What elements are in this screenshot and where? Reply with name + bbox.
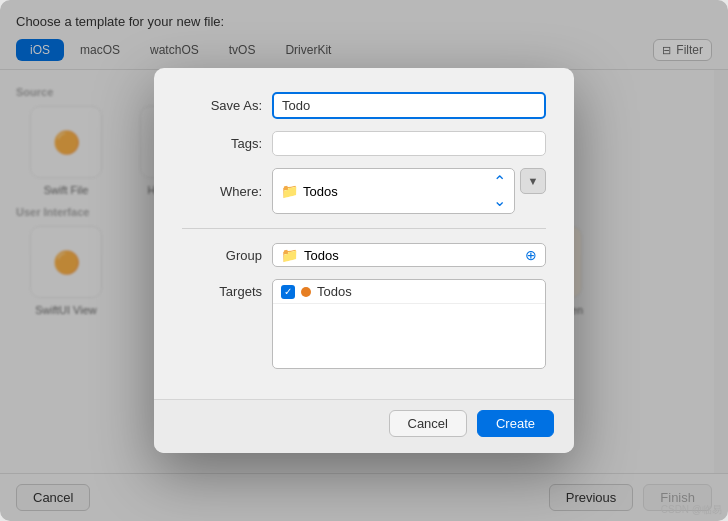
where-chevron-icon: ⌃⌄ xyxy=(493,172,506,210)
dialog-cancel-button[interactable]: Cancel xyxy=(389,410,467,437)
where-selector: 📁 Todos ⌃⌄ ▼ xyxy=(272,168,546,214)
save-dialog: Save As: Tags: Where: 📁 Todos ⌃⌄ xyxy=(154,68,574,453)
dialog-create-button[interactable]: Create xyxy=(477,410,554,437)
group-row: Group 📁 Todos ⊕ xyxy=(182,243,546,267)
expand-button[interactable]: ▼ xyxy=(520,168,546,194)
group-selector[interactable]: 📁 Todos ⊕ xyxy=(272,243,546,267)
group-folder-icon: 📁 xyxy=(281,247,298,263)
target-dot-icon xyxy=(301,287,311,297)
targets-box: ✓ Todos xyxy=(272,279,546,369)
where-row: Where: 📁 Todos ⌃⌄ ▼ xyxy=(182,168,546,214)
group-select-arrow-icon: ⊕ xyxy=(525,247,537,263)
targets-row: Targets ✓ Todos xyxy=(182,279,546,369)
tags-input[interactable] xyxy=(272,131,546,156)
target-item[interactable]: ✓ Todos xyxy=(273,280,545,304)
form-divider xyxy=(182,228,546,229)
folder-icon: 📁 xyxy=(281,183,298,199)
tags-label: Tags: xyxy=(182,136,262,151)
target-checkbox[interactable]: ✓ xyxy=(281,285,295,299)
save-as-input[interactable] xyxy=(272,92,546,119)
tags-row: Tags: xyxy=(182,131,546,156)
dialog-body: Save As: Tags: Where: 📁 Todos ⌃⌄ xyxy=(154,68,574,399)
group-value: Todos xyxy=(304,248,339,263)
dialog-footer: Cancel Create xyxy=(154,399,574,453)
targets-label: Targets xyxy=(182,279,262,299)
save-as-label: Save As: xyxy=(182,98,262,113)
watermark: CSDN @临易 xyxy=(661,503,722,517)
where-folder-name: Todos xyxy=(303,184,338,199)
where-label: Where: xyxy=(182,184,262,199)
main-window: Choose a template for your new file: iOS… xyxy=(0,0,728,521)
save-as-row: Save As: xyxy=(182,92,546,119)
group-label: Group xyxy=(182,248,262,263)
where-folder-selector[interactable]: 📁 Todos ⌃⌄ xyxy=(272,168,515,214)
modal-overlay: Save As: Tags: Where: 📁 Todos ⌃⌄ xyxy=(0,0,728,521)
target-label: Todos xyxy=(317,284,352,299)
